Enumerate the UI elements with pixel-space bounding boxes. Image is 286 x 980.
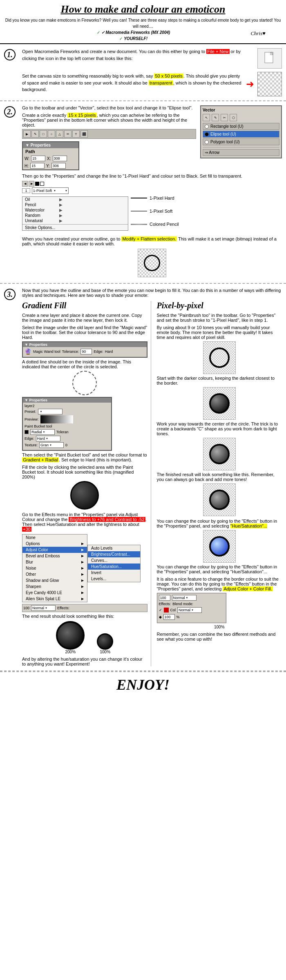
menu-item-none[interactable]: None: [22, 535, 87, 541]
stroke-unnatural-arrow: ▶: [59, 218, 63, 223]
right-100pct-label: 100%: [157, 625, 282, 629]
stroke-pencil[interactable]: Pencil ▶: [22, 202, 128, 207]
menu-item-blur[interactable]: Blur ▶: [22, 559, 87, 565]
h-value[interactable]: 15: [30, 163, 45, 169]
stroke-soft-label: 1-Pixel Soft: [150, 209, 172, 214]
submenu-levels[interactable]: Levels...: [88, 576, 140, 582]
texture-select[interactable]: Gran: [39, 442, 64, 448]
enjoy-title: ENJOY!: [4, 676, 282, 693]
tool-polygon[interactable]: Polygon tool (U): [203, 138, 279, 145]
alienskin-arrow: ▶: [81, 597, 84, 601]
menu-item-noise[interactable]: Noise ▶: [22, 565, 87, 571]
small-btn-1[interactable]: ◀: [22, 181, 28, 187]
menu-other-label: Other: [26, 572, 36, 577]
stroke-oil[interactable]: Oil ▶: [22, 197, 128, 202]
blend-opacity-input[interactable]: 100: [159, 595, 170, 601]
vec-icon-1[interactable]: ↖: [203, 114, 210, 121]
menu-item-sharpen[interactable]: Sharpen ▶: [22, 584, 87, 590]
other-arrow: ▶: [81, 572, 84, 576]
step1-layout: Open Macromedia Fireworks and create a n…: [22, 48, 282, 69]
effects-menu-container: None Options ▶ Adjust Color ▶: [22, 534, 147, 602]
blend-effects2-row: ✓ Col Normal: [159, 607, 224, 613]
menu-item-options[interactable]: Options ▶: [22, 541, 87, 547]
submenu-invert[interactable]: Invert: [88, 570, 140, 576]
effects-mode-select[interactable]: Normal: [31, 605, 56, 611]
texture-amount: 0: [65, 443, 67, 447]
gradient-step6: Go to the Effects menu in the "Propertie…: [22, 512, 147, 532]
small-btn-2[interactable]: ▶: [29, 181, 34, 187]
submenu-autolevels[interactable]: Auto Levels: [88, 545, 140, 551]
menu-item-other[interactable]: Other ▶: [22, 571, 87, 577]
step1-number: 1.: [4, 49, 16, 60]
stroke-watercolor[interactable]: Watercolor ▶: [22, 207, 128, 213]
preset-select[interactable]: [38, 409, 63, 414]
tool-arrow[interactable]: ⇒ Arrow: [203, 149, 279, 156]
color-white-swatch[interactable]: [40, 182, 44, 186]
step1-para1: Open Macromedia Fireworks and create a n…: [22, 48, 253, 64]
tolerance-input[interactable]: 90: [80, 349, 92, 354]
x-value[interactable]: 308: [53, 156, 67, 161]
menu-item-alienskin[interactable]: Alien Skin Splat LE ▶: [22, 596, 87, 602]
toolbar-btn-7[interactable]: T: [72, 130, 80, 138]
toolbar-btn-5[interactable]: △: [56, 130, 63, 138]
stroke-menu: Oil ▶ Pencil ▶ Watercolor: [22, 196, 128, 231]
vec-icon-3[interactable]: ✂: [221, 114, 228, 121]
gradient-panel-header: ▼ Properties: [23, 398, 111, 403]
blend-normal-select[interactable]: Normal: [177, 607, 202, 613]
properties-title: ▼ Properties: [23, 142, 78, 148]
gradient-step3: A dotted line should be on the inside of…: [22, 359, 147, 369]
submenu-brightness[interactable]: Brightness/Contrast...: [88, 551, 140, 557]
enjoy-section: ENJOY!: [0, 671, 286, 697]
toolbar-btn-1[interactable]: ▶: [23, 130, 31, 138]
stroke-unnatural[interactable]: Unnatural ▶: [22, 218, 128, 223]
vec-icon-2[interactable]: ✎: [212, 114, 219, 121]
toolbar-btn-8[interactable]: ⬛: [80, 130, 88, 138]
menu-alienskin-label: Alien Skin Splat LE: [26, 597, 60, 601]
step2-para4: When you have created your emote outline…: [22, 236, 282, 246]
edge-select[interactable]: Hard: [36, 436, 60, 441]
page-title: How to make and colour an emoticon: [4, 3, 282, 16]
color-black-swatch[interactable]: [35, 182, 39, 186]
toolbar-btn-4[interactable]: ○: [48, 130, 55, 138]
blend-pct-input[interactable]: 100: [163, 614, 175, 620]
menu-adjust-label: Adjust Color: [26, 548, 48, 552]
props-row-h: H: 15 Y: 306: [23, 162, 78, 169]
menu-bevel-label: Bevel and Emboss: [26, 554, 60, 558]
menu-item-eyecandy[interactable]: Eye Candy 4000 LE ▶: [22, 590, 87, 596]
effects-mode-value: Normal: [32, 606, 44, 610]
tool-elipse[interactable]: Elipse tool (U): [203, 131, 279, 138]
step2-left: Go to the toolbar and under "Vector", se…: [22, 105, 196, 170]
y-value[interactable]: 306: [51, 163, 66, 169]
stroke-type-select[interactable]: 1-Pixel Soft ▼: [32, 187, 69, 194]
highlight-15x15: 15 x 15 pixels: [67, 113, 96, 118]
stroke-size-input[interactable]: 1: [22, 188, 30, 193]
menu-item-shadow[interactable]: Shadow and Glow ▶: [22, 577, 87, 584]
menu-item-bevel[interactable]: Bevel and Emboss ▶: [22, 553, 87, 559]
toolbar-btn-6[interactable]: ✏: [64, 130, 72, 138]
toolbar-btn-3[interactable]: □: [40, 130, 47, 138]
stroke-random[interactable]: Random ▶: [22, 213, 128, 218]
stroke-options[interactable]: Stroke Options...: [22, 224, 128, 230]
wand-label: Magic Wand tool: [33, 350, 60, 354]
border-change-text: It is also a nice feature to change the …: [157, 577, 282, 591]
tool-rectangle[interactable]: Rectangle tool (U): [203, 123, 279, 130]
menu-blur-label: Blur: [26, 560, 33, 564]
checkmark-fx: ✓: [159, 608, 162, 612]
paint-swatch[interactable]: [25, 430, 29, 434]
w-value[interactable]: 15: [31, 156, 45, 161]
effects-row-label: Effects:: [159, 602, 171, 606]
pixel-emote-4: [203, 483, 236, 516]
submenu-huesat[interactable]: Hue/Saturation...: [88, 564, 140, 570]
blend-panel: 100 Normal Effects: Blend mode: ✓ Col: [157, 593, 226, 623]
gradient-format-select[interactable]: Radial: [30, 429, 55, 435]
menu-item-adjust-color[interactable]: Adjust Color ▶: [22, 547, 87, 553]
blend-mode-select[interactable]: Normal: [172, 595, 197, 601]
toolbar-btn-2[interactable]: ✎: [31, 130, 39, 138]
step1-section: 1. Open Macromedia Fireworks and create …: [0, 44, 286, 101]
gradient-filled-circle: [70, 481, 99, 510]
effects-menu: None Options ▶ Adjust Color ▶: [22, 534, 87, 602]
adjust-submenu: Auto Levels Brightness/Contrast... Curve…: [87, 545, 141, 582]
vec-icon-4[interactable]: ⬡: [230, 114, 237, 121]
stroke-watercolor-arrow: ▶: [59, 208, 63, 212]
submenu-curves[interactable]: Curves...: [88, 557, 140, 564]
